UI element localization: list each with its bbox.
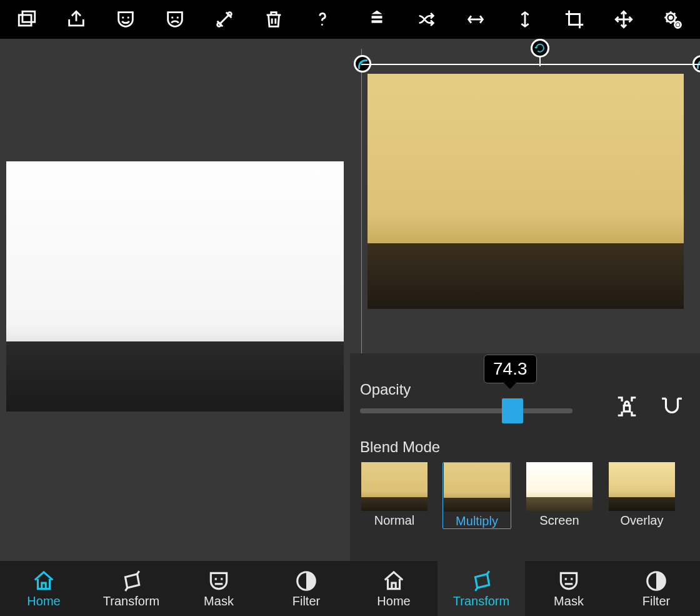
nav-label: Mask: [204, 594, 234, 608]
left-toolbar: [0, 0, 350, 39]
lock-aspect-icon[interactable]: [611, 391, 642, 422]
nav-label: Home: [377, 594, 410, 608]
nav-label: Home: [27, 594, 60, 608]
nav-home[interactable]: Home: [0, 561, 88, 616]
right-bottom-nav: Home Transform Mask Filter: [350, 561, 700, 616]
svg-point-10: [670, 16, 672, 19]
settings-icon[interactable]: [656, 3, 689, 36]
slider-thumb[interactable]: [502, 398, 523, 423]
opacity-label: Opacity: [360, 381, 411, 398]
tools-icon[interactable]: [208, 3, 241, 36]
svg-rect-7: [372, 16, 382, 18]
nav-transform[interactable]: Transform: [438, 561, 525, 616]
flip-h-icon[interactable]: [459, 3, 492, 36]
opacity-slider[interactable]: [360, 402, 572, 418]
svg-rect-2: [22, 11, 35, 22]
blend-mode-label: Blend Mode: [360, 438, 690, 456]
nav-transform[interactable]: Transform: [88, 561, 175, 616]
mask-sad-icon[interactable]: [158, 3, 192, 36]
blend-multiply[interactable]: Multiply: [442, 462, 511, 529]
opacity-tooltip: 74.3: [484, 355, 537, 383]
nav-label: Filter: [292, 594, 320, 608]
guide-line: [361, 49, 362, 353]
nav-mask[interactable]: Mask: [525, 561, 612, 616]
left-bottom-nav: Home Transform Mask Filter: [0, 561, 350, 616]
blend-normal[interactable]: Normal: [360, 462, 429, 529]
nav-filter[interactable]: Filter: [262, 561, 350, 616]
right-canvas[interactable]: [350, 39, 700, 353]
left-pane: Home Transform Mask Filter: [0, 0, 350, 616]
blend-mode-row: Normal Multiply Screen Overlay: [360, 462, 690, 529]
nav-filter[interactable]: Filter: [612, 561, 700, 616]
nav-label: Transform: [453, 594, 509, 608]
help-icon[interactable]: [306, 3, 339, 36]
mask-happy-icon[interactable]: [109, 3, 142, 36]
svg-rect-13: [624, 405, 630, 412]
nav-label: Transform: [103, 594, 159, 608]
svg-rect-8: [372, 20, 382, 23]
flip-v-icon[interactable]: [508, 3, 542, 36]
right-pane: 74.3 Opacity Blend Mode Normal Multiply: [350, 0, 700, 616]
controls-panel: 74.3 Opacity Blend Mode Normal Multiply: [350, 353, 700, 561]
nav-label: Filter: [642, 594, 670, 608]
svg-point-5: [321, 24, 323, 26]
nav-label: Mask: [554, 594, 584, 608]
share-icon[interactable]: [59, 3, 93, 36]
nav-mask[interactable]: Mask: [175, 561, 262, 616]
shuffle-icon[interactable]: [409, 3, 443, 36]
rotate-handle[interactable]: [531, 39, 549, 58]
snap-icon[interactable]: [656, 391, 688, 422]
left-canvas[interactable]: [0, 39, 350, 561]
layers-icon[interactable]: [10, 3, 44, 36]
opacity-control: 74.3 Opacity: [360, 362, 690, 416]
layer-image[interactable]: [368, 74, 684, 309]
trash-icon[interactable]: [257, 3, 291, 36]
svg-rect-1: [19, 15, 32, 26]
right-toolbar: [350, 0, 700, 39]
crop-icon[interactable]: [558, 3, 591, 36]
source-image: [6, 161, 344, 412]
crop-edge-top: [361, 64, 700, 65]
blend-overlay[interactable]: Overlay: [608, 462, 676, 529]
stack-icon[interactable]: [360, 3, 394, 36]
nav-home[interactable]: Home: [350, 561, 438, 616]
svg-point-12: [678, 24, 679, 26]
move-icon[interactable]: [607, 3, 641, 36]
blend-screen[interactable]: Screen: [525, 462, 594, 529]
